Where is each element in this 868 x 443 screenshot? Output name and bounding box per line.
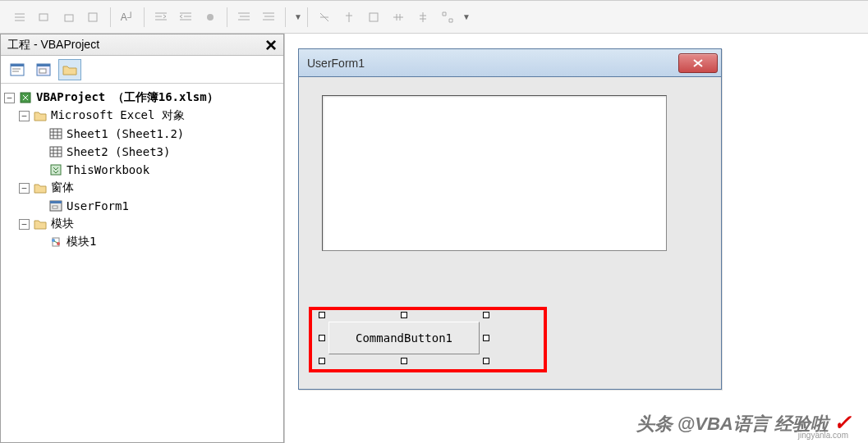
resize-handle[interactable]: [483, 312, 489, 318]
workbook-icon: [48, 163, 63, 176]
project-icon: [18, 91, 33, 104]
svg-rect-11: [50, 129, 62, 139]
separator: [110, 7, 111, 27]
resize-handle[interactable]: [319, 335, 325, 341]
svg-rect-8: [37, 64, 50, 66]
align-btn-3[interactable]: [362, 6, 385, 29]
tree-workbook[interactable]: ThisWorkbook: [4, 161, 280, 179]
commandbutton-selection[interactable]: CommandButton1: [322, 315, 486, 361]
separator: [144, 7, 145, 27]
resize-handle[interactable]: [319, 358, 325, 364]
tool-btn-4[interactable]: [82, 6, 105, 29]
watermark-url: jingyanla.com: [798, 431, 848, 440]
project-explorer-panel: 工程 - VBAProject × − VBAProject （工作簿16.xl…: [0, 34, 284, 443]
close-icon: [692, 59, 704, 67]
folder-icon: [33, 181, 48, 194]
svg-rect-6: [11, 64, 24, 66]
tree-modules[interactable]: − 模块: [4, 215, 280, 233]
sheet-icon: [48, 145, 63, 158]
listbox-control[interactable]: [322, 95, 667, 251]
form-titlebar[interactable]: UserForm1: [299, 49, 721, 77]
indent-btn[interactable]: [174, 6, 197, 29]
svg-rect-16: [53, 206, 57, 208]
form-body[interactable]: CommandButton1: [299, 77, 721, 389]
panel-header: 工程 - VBAProject ×: [1, 34, 283, 56]
tool-btn-1[interactable]: [8, 6, 31, 29]
svg-rect-12: [50, 147, 62, 157]
uncomment-btn[interactable]: [257, 6, 280, 29]
align-btn-1[interactable]: [313, 6, 336, 29]
resize-handle[interactable]: [483, 335, 489, 341]
main-toolbar: A┘ ▼ ▼: [0, 1, 868, 34]
tree-sheet2[interactable]: Sheet2 (Sheet3): [4, 143, 280, 161]
tree-sheet1[interactable]: Sheet1 (Sheet1.2): [4, 125, 280, 143]
resize-handle[interactable]: [483, 358, 489, 364]
view-code-btn[interactable]: [6, 59, 29, 80]
svg-rect-15: [50, 201, 62, 203]
svg-rect-1: [65, 15, 73, 21]
close-button[interactable]: [678, 53, 718, 73]
align-btn-5[interactable]: [411, 6, 434, 29]
resize-handle[interactable]: [401, 312, 407, 318]
userform-window[interactable]: UserForm1 CommandButton1: [298, 48, 722, 390]
tree-root[interactable]: − VBAProject （工作簿16.xlsm）: [4, 89, 280, 107]
dropdown-arrow[interactable]: ▼: [294, 12, 302, 21]
tool-btn-2[interactable]: [33, 6, 56, 29]
resize-handle[interactable]: [401, 358, 407, 364]
module-icon: [48, 235, 63, 249]
collapse-icon[interactable]: −: [4, 93, 15, 103]
toggle-folders-btn[interactable]: [58, 59, 81, 80]
separator: [285, 7, 286, 27]
svg-rect-4: [370, 13, 378, 21]
svg-point-3: [207, 14, 214, 21]
svg-rect-2: [89, 13, 97, 21]
folder-icon: [33, 109, 48, 122]
panel-toolbar: [1, 56, 283, 84]
separator: [227, 7, 227, 27]
tree-forms[interactable]: − 窗体: [4, 179, 280, 197]
comment-btn[interactable]: [232, 6, 255, 29]
view-object-btn[interactable]: [32, 59, 55, 80]
form-title: UserForm1: [307, 57, 678, 70]
collapse-icon[interactable]: −: [19, 111, 30, 121]
collapse-icon[interactable]: −: [19, 183, 30, 194]
sheet-icon: [48, 127, 63, 140]
folder-icon: [33, 217, 48, 231]
tree-userform[interactable]: UserForm1: [4, 197, 280, 215]
breakpoint-btn[interactable]: [199, 6, 222, 29]
align-btn-2[interactable]: [338, 6, 361, 29]
project-tree[interactable]: − VBAProject （工作簿16.xlsm） − Microsoft Ex…: [1, 84, 283, 442]
command-button[interactable]: CommandButton1: [328, 322, 480, 354]
svg-rect-9: [39, 69, 46, 73]
resize-handle[interactable]: [319, 312, 325, 318]
tree-excel-objects[interactable]: − Microsoft Excel 对象: [4, 107, 280, 125]
tree-module1[interactable]: 模块1: [4, 233, 280, 251]
font-size-btn[interactable]: A┘: [116, 6, 139, 29]
form-designer[interactable]: UserForm1 CommandButton1: [284, 34, 868, 443]
close-icon[interactable]: ×: [262, 37, 280, 53]
tool-btn-3[interactable]: [57, 6, 80, 29]
panel-title: 工程 - VBAProject: [7, 38, 262, 53]
align-btn-6[interactable]: [436, 6, 459, 29]
svg-rect-0: [39, 14, 48, 21]
dropdown-arrow[interactable]: ▼: [462, 12, 471, 21]
align-btn-4[interactable]: [387, 6, 410, 29]
collapse-icon[interactable]: −: [19, 219, 30, 230]
separator: [307, 7, 308, 27]
form-icon: [48, 199, 63, 212]
outdent-btn[interactable]: [149, 6, 172, 29]
